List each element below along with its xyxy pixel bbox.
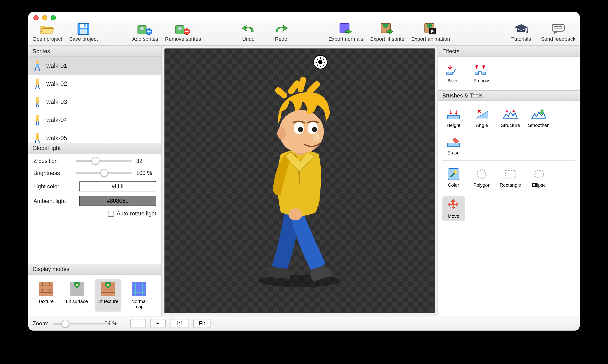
display-mode-lit-texture[interactable]: Lit texture: [95, 279, 121, 312]
auto-rotate-light-checkbox[interactable]: Auto-rotate light: [108, 210, 156, 217]
sprite-item-label: walk-02: [46, 80, 67, 87]
light-color-input[interactable]: #ffffff: [79, 181, 156, 191]
display-mode-label: Lit surface: [66, 299, 88, 304]
display-mode-normal-map[interactable]: Normal map: [126, 279, 152, 312]
svg-point-32: [318, 60, 323, 64]
svg-rect-45: [447, 116, 459, 119]
export-animation-label: Export animation: [411, 36, 450, 42]
svg-point-34: [288, 208, 302, 220]
canvas[interactable]: [164, 49, 435, 313]
brightness-label: Brightness: [33, 170, 72, 176]
export-lit-sprite-icon: [380, 23, 394, 35]
angle-brush-icon: [474, 108, 490, 121]
sprite-thumb-icon: [32, 59, 42, 72]
app-window: Open project Save project Add sprites: [28, 12, 580, 331]
light-handle[interactable]: [313, 55, 328, 69]
effect-emboss[interactable]: Emboss: [471, 61, 493, 86]
zoom-actual-button[interactable]: 1:1: [170, 319, 189, 328]
sprite-thumb-icon: [32, 132, 42, 143]
send-feedback-button[interactable]: Send feedback: [541, 23, 575, 42]
brush-erase[interactable]: Erase: [442, 133, 465, 158]
z-position-slider[interactable]: [76, 157, 132, 165]
export-animation-button[interactable]: Export animation: [411, 23, 450, 42]
floppy-disk-icon: [76, 23, 91, 35]
tool-color[interactable]: Color: [442, 165, 465, 190]
redo-button[interactable]: Redo: [268, 23, 294, 42]
effect-label: Bevel: [448, 78, 459, 83]
maximize-window-button[interactable]: [51, 15, 56, 21]
graduation-cap-icon: [514, 23, 528, 35]
display-mode-lit-surface[interactable]: Lit surface: [64, 279, 90, 312]
tutorials-label: Tutorials: [511, 36, 531, 42]
remove-sprites-label: Remove sprites: [165, 36, 201, 42]
brushes-panel: Height Angle Structure Smoothen Erase: [438, 101, 580, 226]
effect-bevel[interactable]: Bevel: [442, 61, 465, 86]
global-light-panel: Z position 32 Brightness 100 %: [28, 154, 161, 220]
sprite-list[interactable]: walk-01 walk-02 walk-03 walk-04 walk-05: [28, 56, 161, 143]
brightness-slider[interactable]: [76, 169, 132, 177]
zoom-fit-button[interactable]: Fit: [193, 319, 211, 328]
feedback-icon: [551, 23, 565, 35]
export-animation-icon: [423, 23, 438, 35]
brush-smoothen[interactable]: Smoothen: [528, 105, 550, 130]
svg-point-18: [36, 79, 39, 82]
tool-rectangle[interactable]: Rectangle: [499, 165, 522, 190]
sprite-item-walk-03[interactable]: walk-03: [28, 93, 161, 111]
emboss-icon: [474, 64, 490, 77]
tool-label: Polygon: [473, 182, 491, 188]
sprite-item-label: walk-03: [46, 98, 67, 105]
ambient-light-input[interactable]: #808080: [79, 196, 156, 206]
minimize-window-button[interactable]: [42, 15, 47, 21]
export-normals-button[interactable]: Export normals: [328, 23, 363, 42]
sprite-item-walk-04[interactable]: walk-04: [28, 111, 161, 129]
zoom-label: Zoom:: [32, 320, 48, 326]
zoom-slider[interactable]: [53, 320, 100, 327]
svg-rect-2: [80, 29, 87, 34]
zoom-in-button[interactable]: +: [150, 319, 166, 328]
display-mode-texture[interactable]: Texture: [32, 279, 59, 312]
svg-rect-44: [482, 72, 486, 75]
sprite-item-walk-01[interactable]: walk-01: [28, 56, 161, 75]
export-lit-sprite-button[interactable]: Export lit sprite: [370, 23, 404, 42]
display-modes-panel-header: Display modes: [28, 264, 161, 274]
tool-ellipse[interactable]: Ellipse: [528, 165, 550, 190]
svg-rect-43: [475, 72, 479, 75]
tool-move[interactable]: Move: [442, 196, 465, 221]
zoom-out-button[interactable]: -: [130, 319, 146, 328]
display-mode-label: Lit texture: [97, 299, 118, 304]
brush-angle[interactable]: Angle: [471, 105, 493, 130]
lit-surface-icon: [69, 281, 85, 297]
tutorials-button[interactable]: Tutorials: [508, 23, 534, 42]
save-project-button[interactable]: Save project: [69, 23, 98, 42]
export-normals-label: Export normals: [328, 36, 363, 42]
svg-point-24: [36, 133, 39, 136]
svg-point-5: [141, 27, 144, 30]
svg-rect-23: [36, 118, 39, 122]
brush-height[interactable]: Height: [442, 105, 465, 130]
close-window-button[interactable]: [33, 15, 39, 21]
titlebar: [28, 12, 580, 21]
sprite-item-label: walk-05: [46, 134, 67, 141]
add-sprites-button[interactable]: Add sprites: [132, 23, 158, 42]
export-normals-icon: [339, 23, 353, 35]
open-project-button[interactable]: Open project: [32, 23, 62, 42]
brush-structure[interactable]: Structure: [499, 105, 522, 130]
add-sprite-icon: [138, 23, 153, 35]
sprite-item-walk-02[interactable]: walk-02: [28, 75, 161, 93]
display-mode-label: Texture: [38, 299, 54, 304]
height-brush-icon: [446, 108, 461, 121]
normal-map-icon: [131, 281, 147, 297]
undo-icon: [241, 23, 256, 35]
remove-sprites-button[interactable]: Remove sprites: [165, 23, 201, 42]
sprite-item-walk-05[interactable]: walk-05: [28, 129, 161, 143]
brush-label: Erase: [447, 150, 460, 155]
tool-polygon[interactable]: Polygon: [471, 165, 493, 190]
add-sprites-label: Add sprites: [132, 36, 158, 42]
undo-button[interactable]: Undo: [235, 23, 261, 42]
svg-rect-1: [80, 24, 87, 27]
effects-panel: Bevel Emboss: [438, 56, 580, 90]
redo-icon: [274, 23, 288, 35]
svg-rect-3: [84, 24, 86, 27]
sprite-thumb-icon: [32, 95, 42, 108]
sprite-thumb-icon: [32, 114, 42, 126]
